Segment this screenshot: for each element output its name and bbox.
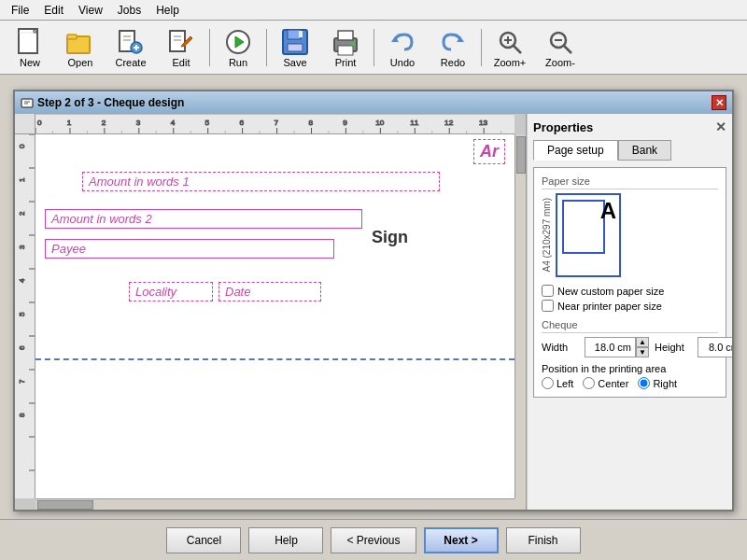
svg-text:11: 11 xyxy=(410,119,419,127)
ar-field[interactable]: Ar xyxy=(473,139,505,164)
toolbar-separator-3 xyxy=(374,29,374,66)
position-left-radio[interactable] xyxy=(542,377,554,389)
position-right-radio[interactable] xyxy=(638,377,650,389)
sign-field[interactable]: Sign xyxy=(372,228,408,247)
dialog-title: Step 2 of 3 - Cheque design xyxy=(21,96,184,109)
properties-title: Properties xyxy=(533,120,593,134)
menu-edit[interactable]: Edit xyxy=(36,2,71,19)
menu-help[interactable]: Help xyxy=(148,2,187,19)
cheque-canvas[interactable]: Ar Amount in words 1 Amount in words 2 P… xyxy=(35,134,514,498)
properties-panel: Properties ✕ Page setup Bank Paper size … xyxy=(527,114,732,510)
open-icon xyxy=(65,27,95,57)
dialog-close-button[interactable]: ✕ xyxy=(712,95,726,110)
dialog-content: 0 1 2 3 4 5 6 7 8 9 10 11 12 13 xyxy=(15,114,732,510)
vertical-scrollbar[interactable] xyxy=(514,134,526,498)
svg-rect-3 xyxy=(67,35,77,39)
position-left-option[interactable]: Left xyxy=(542,377,573,389)
width-spinner: ▲ ▼ xyxy=(585,337,649,357)
position-options: Left Center Right xyxy=(542,377,718,389)
svg-text:8: 8 xyxy=(308,119,313,127)
svg-point-23 xyxy=(351,42,355,46)
print-button[interactable]: Print xyxy=(321,24,370,71)
svg-line-27 xyxy=(514,46,521,53)
position-label: Position in the printing area xyxy=(542,363,718,374)
help-button[interactable]: Help xyxy=(248,527,323,553)
svg-text:8: 8 xyxy=(18,413,26,417)
properties-close-button[interactable]: ✕ xyxy=(715,119,726,134)
print-icon xyxy=(331,27,360,57)
width-input[interactable] xyxy=(585,337,636,357)
redo-icon xyxy=(438,27,468,57)
next-button[interactable]: Next > xyxy=(424,527,499,553)
toolbar: New Open Create Edit Run Save Pr xyxy=(0,21,747,75)
menu-file[interactable]: File xyxy=(4,2,36,19)
canvas-area[interactable]: 0 1 2 3 4 5 6 7 8 9 10 11 12 13 xyxy=(15,114,527,510)
menubar: File Edit View Jobs Help xyxy=(0,0,747,21)
svg-text:9: 9 xyxy=(343,119,347,127)
tab-page-setup[interactable]: Page setup xyxy=(533,140,618,161)
horizontal-scrollbar[interactable] xyxy=(35,498,514,510)
run-button[interactable]: Run xyxy=(214,24,262,71)
finish-button[interactable]: Finish xyxy=(506,527,581,553)
svg-text:6: 6 xyxy=(240,119,245,127)
date-field[interactable]: Date xyxy=(218,282,321,301)
undo-button[interactable]: Undo xyxy=(378,24,427,71)
menu-view[interactable]: View xyxy=(71,2,110,19)
amount-words-2-field[interactable]: Amount in words 2 xyxy=(45,209,362,229)
previous-button[interactable]: < Previous xyxy=(331,527,416,553)
svg-text:7: 7 xyxy=(274,119,278,127)
tab-page-setup-content: Paper size A4 (210x297 mm) A New custom … xyxy=(533,167,726,398)
near-printer-label: Near printer paper size xyxy=(557,301,662,312)
custom-paper-checkbox[interactable] xyxy=(542,285,554,297)
dialog-titlebar: Step 2 of 3 - Cheque design ✕ xyxy=(15,91,732,114)
paper-preview: A4 (210x297 mm) A xyxy=(542,193,718,277)
edit-icon xyxy=(166,27,196,57)
svg-text:4: 4 xyxy=(18,278,26,283)
vertical-scroll-thumb[interactable] xyxy=(516,136,526,174)
height-spinner: ▲ ▼ xyxy=(698,337,732,357)
redo-button[interactable]: Redo xyxy=(429,24,477,71)
zoom-in-button[interactable]: Zoom+ xyxy=(486,24,534,71)
svg-text:1: 1 xyxy=(67,119,72,127)
svg-text:2: 2 xyxy=(102,119,106,127)
tab-bank[interactable]: Bank xyxy=(618,140,671,161)
menu-jobs[interactable]: Jobs xyxy=(110,2,148,19)
position-center-option[interactable]: Center xyxy=(583,377,628,389)
svg-text:3: 3 xyxy=(18,245,26,249)
edit-button[interactable]: Edit xyxy=(157,24,205,71)
amount-words-1-field[interactable]: Amount in words 1 xyxy=(82,172,440,191)
svg-rect-17 xyxy=(288,30,301,39)
width-down-button[interactable]: ▼ xyxy=(636,347,649,357)
ruler-corner xyxy=(15,114,35,134)
zoom-out-button[interactable]: Zoom- xyxy=(536,24,585,71)
height-input[interactable] xyxy=(698,337,732,357)
new-button[interactable]: New xyxy=(6,24,54,71)
payee-field[interactable]: Payee xyxy=(45,239,334,259)
position-right-option[interactable]: Right xyxy=(638,377,677,389)
save-button[interactable]: Save xyxy=(271,24,319,71)
width-up-button[interactable]: ▲ xyxy=(636,337,649,347)
cancel-button[interactable]: Cancel xyxy=(166,527,241,553)
zoom-out-icon xyxy=(545,27,575,57)
locality-field[interactable]: Locality xyxy=(129,282,213,301)
svg-line-31 xyxy=(564,46,571,53)
near-printer-checkbox[interactable] xyxy=(542,300,554,312)
zoom-in-icon xyxy=(495,27,525,57)
horizontal-scroll-thumb[interactable] xyxy=(37,500,93,510)
toolbar-separator-2 xyxy=(266,29,267,66)
cheque-dimensions-section: Cheque Width ▲ ▼ Height xyxy=(542,319,718,389)
height-label: Height xyxy=(655,342,692,353)
svg-text:0: 0 xyxy=(37,119,42,127)
open-button[interactable]: Open xyxy=(56,24,105,71)
save-icon xyxy=(280,27,310,57)
cheque-bottom-border xyxy=(35,358,514,360)
svg-text:10: 10 xyxy=(375,119,385,127)
svg-text:13: 13 xyxy=(479,119,488,127)
svg-text:0: 0 xyxy=(18,144,26,148)
run-icon xyxy=(223,27,253,57)
create-button[interactable]: Create xyxy=(106,24,155,71)
position-center-radio[interactable] xyxy=(583,377,595,389)
svg-text:7: 7 xyxy=(18,379,26,384)
ruler-vertical: 0 1 2 3 4 5 6 7 8 xyxy=(15,134,35,498)
svg-text:4: 4 xyxy=(171,119,176,127)
